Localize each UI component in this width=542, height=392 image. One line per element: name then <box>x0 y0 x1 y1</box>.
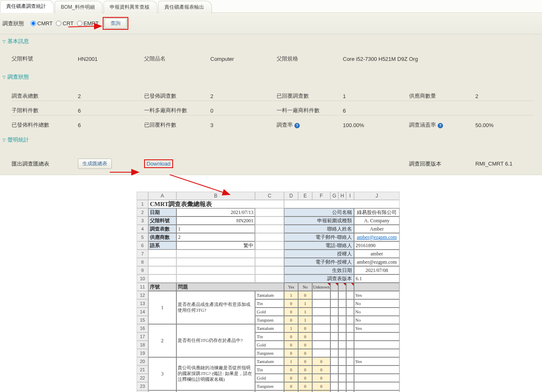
survey-type-radio: CMRT CRT EMRT <box>31 20 99 26</box>
collapse-icon[interactable]: ▽ <box>2 75 6 79</box>
section-basic-info: ▽基本訊息 <box>0 34 542 48</box>
tab-stats[interactable]: 責任礦產調查統計 <box>0 0 54 13</box>
tab-bar: 責任礦產調查統計 BOM_料件明細 申報資料異常查核 責任礦產報表輸出 <box>0 0 542 13</box>
excel-preview: A B C D E F G H I J 1 CMRT調查表彙總報表 2 日期 2… <box>137 192 542 392</box>
filter-bar: 調查狀態 CMRT CRT EMRT 查詢 <box>0 13 542 34</box>
help-icon[interactable]: ? <box>438 123 443 128</box>
section-statement: ▽聲明統計 <box>0 133 542 146</box>
collapse-icon[interactable]: ▽ <box>2 39 6 44</box>
basic-info-row: 父階料號 HN2001 父階品名 Computer 父階規格 Core i52-… <box>0 48 542 70</box>
stats-row: 已發佈料件總數6 已回覆料件數3 調查率?100.00% 調查涵蓋率?50.00… <box>12 115 534 130</box>
version-value: RMI_CMRT 6.1 <box>475 161 534 167</box>
tab-report-export[interactable]: 責任礦產報表輸出 <box>158 1 212 13</box>
query-button[interactable]: 查詢 <box>104 18 127 29</box>
stats-row: 子階料件數6 一料多廠商料件數0 一料一廠商料件數6 <box>12 101 534 115</box>
stats-row: 調查表總數2 已發佈調查數2 已回覆調查數1 供應商數量2 <box>12 87 534 101</box>
parent-pn-value: HN2001 <box>78 56 144 62</box>
collapse-icon[interactable]: ▽ <box>2 138 6 142</box>
parent-name-label: 父階品名 <box>144 55 210 63</box>
parent-spec-value: Core i52-7300 H521M D9Z Org <box>343 56 534 62</box>
generate-summary-button[interactable]: 生成匯總表 <box>78 159 112 169</box>
parent-pn-label: 父階料號 <box>12 55 78 63</box>
version-label: 調查回覆版本 <box>409 160 475 168</box>
radio-crt[interactable]: CRT <box>56 20 73 26</box>
filter-label: 調查狀態 <box>2 20 24 27</box>
parent-spec-label: 父階規格 <box>277 55 343 63</box>
help-icon[interactable]: ? <box>294 123 300 128</box>
export-row: 匯出調查匯總表 生成匯總表 Download 調查回覆版本 RMI_CMRT 6… <box>0 146 542 175</box>
section-survey-status: ▽調查狀態 <box>0 70 542 83</box>
tab-anomaly[interactable]: 申報資料異常查核 <box>104 1 157 13</box>
download-highlight: Download <box>144 159 173 168</box>
export-label: 匯出調查匯總表 <box>12 160 78 168</box>
parent-name-value: Computer <box>210 56 277 62</box>
excel-title: CMRT調查表彙總報表 <box>148 200 284 208</box>
query-highlight: 查詢 <box>103 17 128 30</box>
tab-bom[interactable]: BOM_料件明細 <box>55 1 103 13</box>
download-link[interactable]: Download <box>147 161 171 167</box>
radio-cmrt[interactable]: CMRT <box>31 20 53 26</box>
radio-emrt[interactable]: EMRT <box>77 20 99 26</box>
